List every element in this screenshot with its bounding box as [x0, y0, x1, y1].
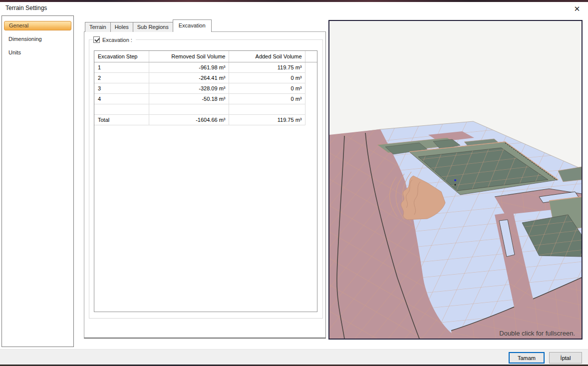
- table-row[interactable]: 1 -961.98 m³ 119.75 m³: [94, 62, 317, 73]
- excavation-checkbox-label: Excavation :: [102, 37, 132, 43]
- page-title: Terrain Settings: [5, 4, 47, 11]
- cell-filler: [305, 73, 317, 83]
- cell-filler: [305, 104, 317, 115]
- table-row[interactable]: 4 -50.18 m³ 0 m³: [94, 94, 317, 104]
- cancel-button[interactable]: İptal: [549, 352, 582, 364]
- settings-category-list: General Dimensioning Units: [1, 15, 74, 347]
- cell-added: [229, 104, 305, 115]
- table-row-total[interactable]: Total -1604.66 m³ 119.75 m³: [94, 115, 317, 125]
- checkmark-icon: [94, 37, 99, 42]
- cell-total-added: 119.75 m³: [229, 115, 305, 125]
- sidebar-item-units[interactable]: Units: [4, 47, 71, 57]
- column-header-filler: [305, 51, 317, 62]
- close-icon: ✕: [574, 4, 581, 13]
- tab-holes[interactable]: Holes: [110, 22, 133, 32]
- excavation-groupbox: Excavation : Excavation Step Removed Soi…: [89, 39, 323, 319]
- tab-terrain[interactable]: Terrain: [85, 22, 111, 32]
- cell-filler: [305, 83, 317, 94]
- cell-added: 0 m³: [229, 73, 305, 83]
- column-header-excavation-step[interactable]: Excavation Step: [94, 51, 149, 62]
- excavation-table: Excavation Step Removed Soil Volume Adde…: [94, 50, 317, 312]
- close-button[interactable]: ✕: [571, 3, 583, 15]
- dialog-footer: Tamam İptal: [0, 349, 588, 365]
- cell-step: 2: [94, 73, 149, 83]
- cell-total-label: Total: [94, 115, 149, 125]
- cell-filler: [305, 62, 317, 73]
- excavation-groupbox-legend: Excavation :: [93, 36, 136, 43]
- cell-step: [94, 104, 149, 115]
- excavation-checkbox[interactable]: [93, 36, 100, 43]
- tab-excavation[interactable]: Excavation: [173, 19, 212, 32]
- origin-marker-blue: [454, 179, 456, 181]
- table-row[interactable]: 3 -328.09 m³ 0 m³: [94, 83, 317, 94]
- terrain-tab-control: Terrain Holes Sub Regions Excavation Exc…: [84, 20, 326, 339]
- terrain-3d-preview[interactable]: Double click for fullscreen.: [328, 20, 583, 340]
- column-header-added-soil-volume[interactable]: Added Soil Volume: [229, 51, 305, 62]
- cell-filler: [305, 115, 317, 125]
- tab-sub-regions[interactable]: Sub Regions: [133, 22, 173, 32]
- sidebar-item-general[interactable]: General: [4, 21, 71, 30]
- origin-marker-black: [454, 184, 456, 185]
- sidebar-item-dimensioning[interactable]: Dimensioning: [4, 34, 71, 44]
- table-row[interactable]: 2 -264.41 m³ 0 m³: [94, 73, 317, 83]
- cell-removed: -328.09 m³: [149, 83, 229, 94]
- table-header-row: Excavation Step Removed Soil Volume Adde…: [94, 51, 317, 62]
- titlebar: Terrain Settings ✕: [0, 2, 588, 15]
- excavation-tab-page: Excavation : Excavation Step Removed Soi…: [84, 31, 326, 339]
- tab-strip: Terrain Holes Sub Regions Excavation: [84, 20, 326, 32]
- table-row[interactable]: [94, 104, 317, 115]
- cell-removed: [149, 104, 229, 115]
- cell-removed: -961.98 m³: [149, 62, 229, 73]
- cell-total-removed: -1604.66 m³: [149, 115, 229, 125]
- fullscreen-hint: Double click for fullscreen.: [499, 330, 575, 337]
- cell-added: 0 m³: [229, 94, 305, 104]
- cell-added: 119.75 m³: [229, 62, 305, 73]
- cell-added: 0 m³: [229, 83, 305, 94]
- terrain-3d-scene: Double click for fullscreen.: [329, 21, 582, 339]
- column-header-removed-soil-volume[interactable]: Removed Soil Volume: [149, 51, 229, 62]
- cell-step: 1: [94, 62, 149, 73]
- ok-button[interactable]: Tamam: [509, 352, 545, 364]
- cell-step: 4: [94, 94, 149, 104]
- cell-step: 3: [94, 83, 149, 94]
- cell-filler: [305, 94, 317, 104]
- cell-removed: -264.41 m³: [149, 73, 229, 83]
- cell-removed: -50.18 m³: [149, 94, 229, 104]
